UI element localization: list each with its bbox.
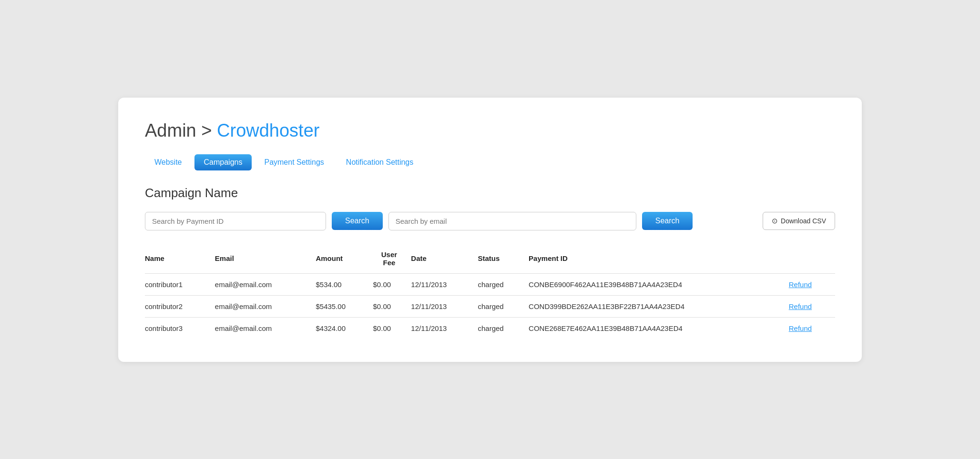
admin-prefix: Admin > bbox=[145, 120, 217, 140]
cell-payment-id: COND399BDE262AA11E3BF22B71AA4A23ED4 bbox=[529, 295, 789, 317]
cell-user-fee: $0.00 bbox=[373, 273, 411, 295]
cell-name: contributor3 bbox=[145, 317, 215, 339]
cell-email: email@email.com bbox=[215, 273, 316, 295]
cell-user-fee: $0.00 bbox=[373, 295, 411, 317]
brand-name: Crowdhoster bbox=[217, 120, 319, 140]
cell-amount: $534.00 bbox=[316, 273, 373, 295]
cell-payment-id: CONE268E7E462AA11E39B48B71AA4A23ED4 bbox=[529, 317, 789, 339]
tab-nav: WebsiteCampaignsPayment SettingsNotifica… bbox=[145, 154, 835, 170]
cell-status: charged bbox=[478, 295, 529, 317]
col-header-name: Name bbox=[145, 246, 215, 274]
cell-date: 12/11/2013 bbox=[411, 317, 478, 339]
payment-id-input[interactable] bbox=[145, 212, 326, 230]
email-search-button[interactable]: Search bbox=[642, 212, 693, 230]
cell-amount: $5435.00 bbox=[316, 295, 373, 317]
cell-email: email@email.com bbox=[215, 295, 316, 317]
section-title: Campaign Name bbox=[145, 186, 835, 200]
col-header-user-fee: UserFee bbox=[373, 246, 411, 274]
col-header-date: Date bbox=[411, 246, 478, 274]
cell-refund[interactable]: Refund bbox=[789, 295, 835, 317]
col-header-status: Status bbox=[478, 246, 529, 274]
main-card: Admin > Crowdhoster WebsiteCampaignsPaym… bbox=[118, 98, 862, 362]
col-header-action bbox=[789, 246, 835, 274]
col-header-email: Email bbox=[215, 246, 316, 274]
contributions-table: Name Email Amount UserFee Date Status Pa… bbox=[145, 246, 835, 339]
cell-refund[interactable]: Refund bbox=[789, 317, 835, 339]
table-row: contributor3 email@email.com $4324.00 $0… bbox=[145, 317, 835, 339]
col-header-payment-id: Payment ID bbox=[529, 246, 789, 274]
search-bar: Search Search ⊙ Download CSV bbox=[145, 212, 835, 230]
payment-id-search-button[interactable]: Search bbox=[332, 212, 383, 230]
col-header-amount: Amount bbox=[316, 246, 373, 274]
tab-campaigns[interactable]: Campaigns bbox=[194, 154, 252, 170]
cell-refund[interactable]: Refund bbox=[789, 273, 835, 295]
cell-user-fee: $0.00 bbox=[373, 317, 411, 339]
refund-button[interactable]: Refund bbox=[789, 302, 812, 310]
tab-notification-settings[interactable]: Notification Settings bbox=[337, 154, 423, 170]
table-row: contributor2 email@email.com $5435.00 $0… bbox=[145, 295, 835, 317]
cell-payment-id: CONBE6900F462AA11E39B48B71AA4A23ED4 bbox=[529, 273, 789, 295]
table-row: contributor1 email@email.com $534.00 $0.… bbox=[145, 273, 835, 295]
cell-date: 12/11/2013 bbox=[411, 295, 478, 317]
email-input[interactable] bbox=[388, 212, 636, 230]
tab-website[interactable]: Website bbox=[145, 154, 192, 170]
cell-email: email@email.com bbox=[215, 317, 316, 339]
refund-button[interactable]: Refund bbox=[789, 324, 812, 332]
download-label: Download CSV bbox=[781, 217, 826, 225]
cell-amount: $4324.00 bbox=[316, 317, 373, 339]
cell-status: charged bbox=[478, 273, 529, 295]
page-title: Admin > Crowdhoster bbox=[145, 120, 835, 141]
cell-date: 12/11/2013 bbox=[411, 273, 478, 295]
cell-name: contributor1 bbox=[145, 273, 215, 295]
download-csv-button[interactable]: ⊙ Download CSV bbox=[763, 212, 835, 230]
tab-payment-settings[interactable]: Payment Settings bbox=[255, 154, 333, 170]
refund-button[interactable]: Refund bbox=[789, 280, 812, 289]
cell-name: contributor2 bbox=[145, 295, 215, 317]
cell-status: charged bbox=[478, 317, 529, 339]
download-icon: ⊙ bbox=[772, 217, 778, 225]
